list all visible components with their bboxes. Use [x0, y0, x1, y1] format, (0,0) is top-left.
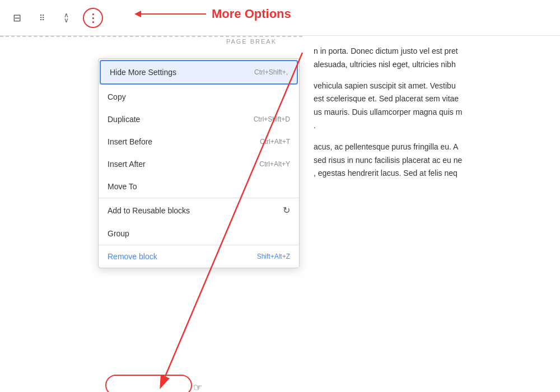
menu-item-label: Insert After	[108, 160, 146, 169]
more-options-icon: ⋮	[87, 11, 99, 25]
menu-item-label: Hide More Settings	[110, 68, 176, 77]
left-panel: PAGE BREAK Hide More Settings Ctrl+Shift…	[0, 36, 302, 392]
menu-item-label: Duplicate	[108, 115, 140, 124]
menu-item-remove-block[interactable]: Remove block Shift+Alt+Z	[99, 245, 299, 268]
remove-block-circle-overlay	[105, 375, 192, 392]
menu-item-insert-after[interactable]: Insert After Ctrl+Alt+Y	[99, 153, 299, 175]
page-break-area: PAGE BREAK	[0, 36, 302, 46]
main-content: PAGE BREAK Hide More Settings Ctrl+Shift…	[0, 36, 560, 392]
more-options-button[interactable]: ⋮	[83, 8, 103, 28]
menu-item-reusable-blocks[interactable]: Add to Reusable blocks ↻	[99, 198, 299, 222]
menu-item-shortcut: Ctrl+Alt+Y	[259, 160, 290, 168]
menu-item-duplicate[interactable]: Duplicate Ctrl+Shift+D	[99, 108, 299, 130]
dropdown-menu: Hide More Settings Ctrl+Shift+, Copy Dup…	[98, 58, 300, 268]
drag-icon: ⠿	[39, 13, 44, 22]
menu-item-label: Copy	[108, 92, 126, 101]
arrow-line	[139, 13, 206, 15]
chevron-button[interactable]: ∧ ∨	[56, 8, 76, 28]
menu-item-label: Add to Reusable blocks	[108, 206, 190, 215]
menu-item-shortcut: Ctrl+Alt+T	[260, 138, 290, 146]
menu-item-move-to[interactable]: Move To	[99, 175, 299, 198]
annotation-arrow: More Options	[139, 7, 291, 21]
page-break-label: PAGE BREAK	[217, 38, 286, 45]
right-content: n in porta. Donec dictum justo vel est p…	[302, 36, 560, 392]
menu-item-group[interactable]: Group	[99, 222, 299, 245]
align-icon-button[interactable]: ⊟	[7, 8, 27, 28]
menu-item-insert-before[interactable]: Insert Before Ctrl+Alt+T	[99, 130, 299, 153]
remove-block-label: Remove block	[108, 252, 157, 261]
menu-item-label: Insert Before	[108, 137, 152, 146]
text-content: n in porta. Donec dictum justo vel est p…	[314, 45, 549, 180]
remove-block-shortcut: Shift+Alt+Z	[257, 253, 290, 260]
align-icon: ⊟	[13, 12, 21, 24]
reusable-icon: ↻	[283, 205, 290, 216]
text-para-2: vehicula sapien suscipit sit amet. Vesti…	[314, 80, 549, 133]
menu-item-label: Move To	[108, 182, 137, 191]
text-para-3: acus, ac pellentesque purus fringilla eu…	[314, 141, 549, 180]
menu-item-shortcut: Ctrl+Shift+D	[254, 115, 290, 123]
text-para-1: n in porta. Donec dictum justo vel est p…	[314, 45, 549, 72]
menu-item-copy[interactable]: Copy	[99, 86, 299, 108]
drag-handle-button[interactable]: ⠿	[31, 8, 52, 28]
menu-item-hide-settings[interactable]: Hide More Settings Ctrl+Shift+,	[100, 60, 298, 85]
more-options-label: More Options	[212, 7, 291, 21]
menu-item-label: Group	[108, 229, 129, 238]
chevron-icon: ∧ ∨	[64, 13, 69, 22]
toolbar: ⊟ ⠿ ∧ ∨ ⋮ More Options	[0, 0, 560, 36]
menu-item-shortcut: Ctrl+Shift+,	[254, 68, 288, 76]
